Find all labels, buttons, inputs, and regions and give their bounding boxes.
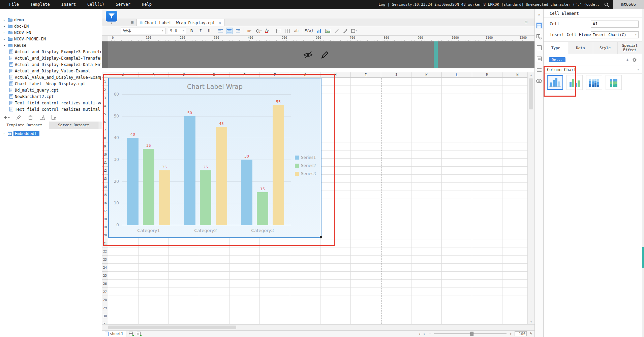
menu-item-file[interactable]: File — [3, 0, 25, 9]
tree-item-file[interactable]: Actual_and_Display_Value-Exampl — [0, 68, 101, 74]
tab-template-dataset[interactable]: Template Dataset — [0, 122, 49, 129]
chart-type-stacked-column[interactable] — [586, 75, 602, 90]
tree-item-folder[interactable]: ▸NCOV-PHONE-EN — [0, 36, 101, 42]
menu-item-template[interactable]: Template — [25, 0, 56, 9]
row-header[interactable]: 17 — [102, 207, 108, 215]
row-header[interactable]: 30 — [102, 312, 108, 320]
vertical-scrollbar-thumb[interactable] — [529, 78, 533, 109]
tree-expand-arrow-icon[interactable]: ▾ — [3, 44, 6, 47]
row-header[interactable]: 24 — [102, 264, 108, 272]
tab-server-dataset[interactable]: Server Dataset — [49, 122, 98, 129]
window-scrollbar-thumb[interactable] — [642, 247, 644, 268]
row-header[interactable]: 18 — [102, 215, 108, 223]
chevron-down-icon[interactable]: ▾ — [105, 22, 118, 25]
row-header[interactable]: 10 — [102, 150, 108, 159]
tree-item-file[interactable]: Text field control realizes mutimal — [0, 106, 101, 112]
add-dataset-button[interactable] — [3, 114, 10, 121]
tab-style[interactable]: Style — [593, 42, 618, 54]
tab-data[interactable]: Data — [568, 42, 593, 54]
pen-style-button[interactable] — [342, 28, 348, 34]
select-all-corner[interactable] — [102, 72, 108, 78]
column-header[interactable]: B — [139, 72, 169, 78]
row-header[interactable]: 3 — [102, 94, 108, 102]
font-family-select[interactable]: 宋体▾ — [121, 28, 165, 34]
row-header[interactable]: 7 — [102, 126, 108, 134]
float-element-icon[interactable] — [536, 44, 543, 51]
column-header[interactable]: G — [290, 72, 320, 78]
row-header[interactable]: 26 — [102, 280, 108, 288]
add-chart-icon[interactable]: + — [626, 57, 629, 63]
bold-button[interactable]: B — [188, 28, 195, 34]
row-header[interactable]: 4 — [102, 102, 108, 110]
font-size-select[interactable]: 9.0▾ — [168, 28, 186, 34]
row-header[interactable]: 15 — [102, 191, 108, 199]
cell-attribute-icon[interactable] — [536, 33, 543, 40]
zoom-in-button[interactable]: + — [510, 332, 512, 336]
sheet-tab[interactable]: sheet1 — [102, 331, 126, 337]
hide-parameter-pane-icon[interactable] — [303, 50, 313, 60]
row-header[interactable]: 21 — [102, 239, 108, 247]
menu-item-server[interactable]: Server — [110, 0, 136, 9]
row-header[interactable]: 1 — [102, 78, 108, 86]
window-layout-icon[interactable]: ⊡ — [525, 20, 527, 25]
row-header[interactable]: 13 — [102, 175, 108, 183]
close-tab-icon[interactable]: × — [218, 20, 221, 25]
widget-settings-icon[interactable] — [536, 56, 543, 62]
row-header[interactable]: 22 — [102, 247, 108, 256]
dataset-item-embedded1[interactable]: Embedded1 — [13, 131, 39, 136]
add-dashboard-sheet-button[interactable] — [137, 332, 142, 336]
vertical-scrollbar[interactable]: ▴ ▾ — [527, 72, 534, 324]
tree-expand-arrow-icon[interactable]: ▸ — [3, 37, 6, 41]
italic-button[interactable]: I — [197, 28, 204, 34]
dataset-list-item[interactable]: ▸ Embedded1 — [0, 130, 102, 137]
align-center-button[interactable] — [226, 28, 233, 34]
row-header[interactable]: 29 — [102, 304, 108, 312]
row-header[interactable]: 27 — [102, 288, 108, 296]
row-header[interactable]: 14 — [102, 183, 108, 191]
column-header[interactable]: E — [229, 72, 260, 78]
column-header[interactable]: I — [351, 72, 381, 78]
formula-button[interactable]: F(x) — [305, 28, 314, 34]
column-header[interactable]: K — [411, 72, 442, 78]
zoom-out-button[interactable]: − — [429, 332, 431, 336]
column-header[interactable]: M — [472, 72, 502, 78]
text-widget-button[interactable]: ab — [293, 28, 300, 34]
parameter-pane[interactable] — [102, 41, 535, 68]
collapse-panel-icon[interactable]: » — [536, 11, 543, 18]
tree-item-file[interactable]: Text field control realizes multi-val — [0, 100, 101, 106]
insert-image-button[interactable] — [325, 28, 331, 34]
chart-family-select[interactable]: Column Chart ▾ — [544, 66, 642, 74]
next-sheet-icon[interactable]: ▸ — [424, 332, 426, 336]
draw-line-button[interactable] — [333, 28, 340, 34]
tree-item-file[interactable]: Actual_and_Display-Example3-Parameter — [0, 48, 101, 55]
delete-dataset-button[interactable] — [27, 114, 34, 121]
tree-item-file[interactable]: Chart_Label _Wrap_Display.cpt — [0, 80, 101, 87]
cell-reference-input[interactable]: A1 — [591, 21, 639, 28]
spreadsheet[interactable]: ABCDEFGHIJKLMN 1234567891011121314151617… — [102, 72, 535, 324]
column-header[interactable]: A — [108, 72, 139, 78]
row-header[interactable]: 5 — [102, 110, 108, 118]
tree-item-folder[interactable]: ▸NCOV-EN — [0, 29, 101, 36]
dataset-settings-button[interactable] — [51, 114, 57, 121]
tree-item-file[interactable]: Dd_multi_query.cpt — [0, 87, 101, 93]
borders-button[interactable]: ⊞▾ — [246, 28, 253, 34]
row-header[interactable]: 8 — [102, 134, 108, 142]
row-header[interactable]: 12 — [102, 167, 108, 175]
row-header[interactable]: 25 — [102, 272, 108, 280]
menu-item-cellc[interactable]: Cell(C) — [82, 0, 110, 9]
hyperlink-icon[interactable] — [536, 78, 543, 85]
tree-item-file[interactable]: Actual_Value_and_Display_Value-Exampl — [0, 74, 101, 80]
underline-button[interactable]: U — [206, 28, 212, 34]
row-header[interactable]: 20 — [102, 231, 108, 239]
zoom-slider[interactable] — [434, 333, 507, 334]
prev-sheet-icon[interactable]: ◂ — [418, 332, 421, 336]
tree-expand-arrow-icon[interactable]: ▸ — [3, 18, 6, 22]
tree-item-folder[interactable]: ▸demo — [0, 16, 101, 23]
row-header[interactable]: 9 — [102, 142, 108, 150]
tree-item-folder[interactable]: ▸doc-EN — [0, 23, 101, 29]
scroll-down-icon[interactable]: ▾ — [528, 320, 534, 324]
delete-chart-chip[interactable]: De... — [549, 57, 565, 62]
tab-special-effect[interactable]: Special Effect — [618, 42, 642, 54]
user-account-chip[interactable]: mt6666 — [613, 0, 644, 9]
grid-view-icon[interactable]: ⊞ — [131, 20, 134, 25]
